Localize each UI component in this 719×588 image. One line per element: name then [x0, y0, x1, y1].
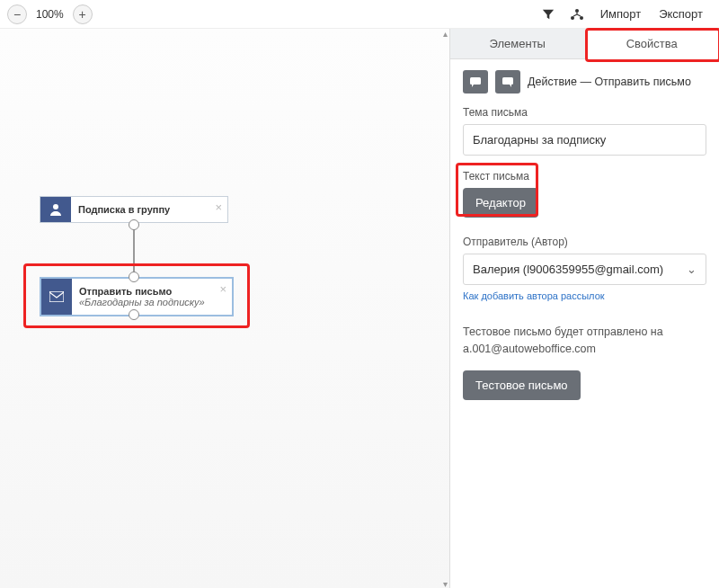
zoom-level: 100% — [36, 8, 64, 21]
node-title: Отправить письмо — [79, 286, 172, 297]
import-link[interactable]: Импорт — [600, 7, 641, 21]
action-label: Действие — Отправить письмо — [528, 76, 691, 88]
tab-elements[interactable]: Элементы — [450, 29, 585, 59]
action-icon-message[interactable] — [495, 70, 520, 94]
canvas-vertical-scroll[interactable]: ▴ ▾ — [440, 29, 449, 588]
svg-point-2 — [580, 16, 583, 20]
main-area: Подписка в группу × Отправить письмо «Бл… — [0, 29, 719, 588]
node-handle-top[interactable] — [129, 272, 139, 282]
close-icon[interactable]: × — [219, 282, 226, 296]
action-icon-chat[interactable] — [463, 70, 488, 94]
scroll-down-icon[interactable]: ▾ — [440, 579, 449, 588]
help-link[interactable]: Как добавить автора рассылок — [463, 290, 605, 301]
subject-input[interactable] — [463, 124, 706, 156]
svg-point-3 — [53, 204, 58, 209]
zoom-out-button[interactable]: − — [7, 4, 27, 24]
zoom-in-button[interactable]: + — [73, 4, 93, 24]
scroll-up-icon[interactable]: ▴ — [440, 29, 449, 38]
body-label: Текст письма — [463, 170, 706, 183]
chevron-down-icon: ⌄ — [687, 263, 697, 276]
svg-point-1 — [571, 16, 574, 20]
svg-point-0 — [575, 9, 579, 13]
node-title: Подписка в группу — [78, 204, 170, 215]
panel-body: Действие — Отправить письмо Тема письма … — [450, 59, 719, 588]
filter-icon[interactable] — [537, 4, 559, 25]
node-handle-bottom[interactable] — [129, 309, 139, 320]
sender-label: Отправитель (Автор) — [463, 236, 706, 248]
subject-label: Тема письма — [463, 106, 706, 119]
sender-value: Валерия (l9006359955@gmail.com) — [473, 263, 663, 276]
tab-properties[interactable]: Свойства — [585, 29, 720, 59]
node-handle-bottom[interactable] — [129, 219, 139, 230]
properties-panel: Элементы Свойства Действие — Отправить п… — [449, 29, 719, 588]
editor-button[interactable]: Редактор — [463, 188, 538, 218]
top-toolbar: − 100% + Импорт Экспорт — [0, 0, 719, 29]
test-note-line2: a.001@autoweboffice.com — [463, 341, 706, 358]
panel-tabs: Элементы Свойства — [450, 29, 719, 59]
connector-line — [133, 225, 135, 277]
action-header: Действие — Отправить письмо — [463, 70, 706, 94]
export-link[interactable]: Экспорт — [659, 7, 703, 21]
mail-icon — [41, 279, 72, 315]
node-subtitle: «Благодарны за подписку» — [79, 297, 205, 307]
structure-icon[interactable] — [566, 4, 588, 25]
svg-rect-6 — [502, 77, 513, 85]
user-icon — [40, 197, 71, 222]
test-send-button[interactable]: Тестовое письмо — [463, 370, 581, 400]
svg-rect-5 — [470, 77, 481, 85]
flow-canvas[interactable]: Подписка в группу × Отправить письмо «Бл… — [0, 29, 449, 588]
svg-rect-4 — [49, 291, 64, 302]
close-icon[interactable]: × — [215, 200, 222, 214]
sender-select[interactable]: Валерия (l9006359955@gmail.com) ⌄ — [463, 254, 706, 285]
test-note-line1: Тестовое письмо будет отправлено на — [463, 324, 706, 341]
